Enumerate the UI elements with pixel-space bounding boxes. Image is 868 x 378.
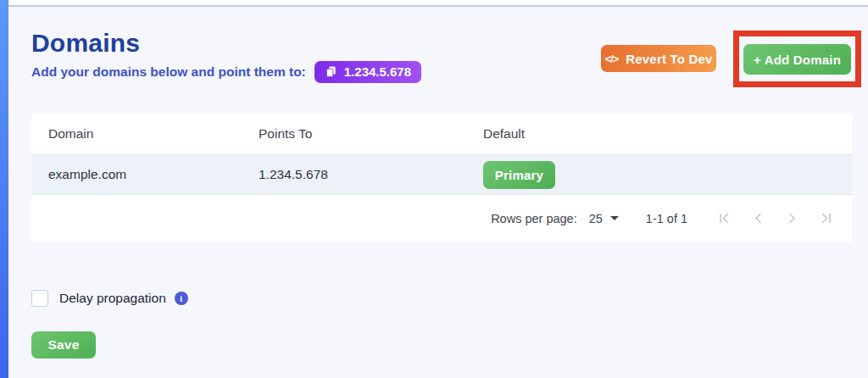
last-page-icon[interactable] xyxy=(819,211,833,225)
rows-per-page-select[interactable]: 25 xyxy=(589,212,619,225)
ip-badge-value: 1.234.5.678 xyxy=(344,64,411,79)
primary-domain-label: Primary xyxy=(495,168,543,182)
rows-per-page-value: 25 xyxy=(589,212,603,225)
table-pagination: Rows per page: 25 1-1 of 1 xyxy=(31,195,852,242)
domains-table: Domain Points To Default example.com 1.2… xyxy=(31,114,852,242)
save-button[interactable]: Save xyxy=(31,331,96,359)
chevron-down-icon xyxy=(610,216,619,220)
delay-propagation-row: Delay propagation i xyxy=(31,289,188,308)
pager-controls xyxy=(717,211,833,225)
first-page-icon[interactable] xyxy=(717,211,732,225)
cell-points-to: 1.234.5.678 xyxy=(259,167,483,182)
header-domain: Domain xyxy=(31,126,259,142)
table-row: example.com 1.234.5.678 Primary xyxy=(31,154,852,195)
subtitle-text: Add your domains below and point them to… xyxy=(31,64,306,80)
save-label: Save xyxy=(48,337,80,353)
cell-domain: example.com xyxy=(31,167,259,182)
next-page-icon[interactable] xyxy=(785,211,799,225)
subtitle-row: Add your domains below and point them to… xyxy=(31,60,421,83)
add-domain-label: + Add Domain xyxy=(754,53,841,67)
header-default: Default xyxy=(483,126,852,142)
table-header-row: Domain Points To Default xyxy=(31,114,852,154)
pagination-range: 1-1 of 1 xyxy=(646,212,687,225)
revert-to-dev-label: Revert To Dev xyxy=(626,52,712,66)
page-title: Domains xyxy=(31,29,140,58)
rows-per-page-label: Rows per page: xyxy=(491,212,577,225)
sidebar-accent-strip xyxy=(0,0,8,378)
info-icon[interactable]: i xyxy=(175,292,188,305)
top-bar xyxy=(8,0,868,7)
add-domain-button[interactable]: + Add Domain xyxy=(743,44,851,75)
prev-page-icon[interactable] xyxy=(751,211,765,225)
ip-copy-badge[interactable]: 1.234.5.678 xyxy=(314,61,421,83)
code-icon: </> xyxy=(604,53,618,65)
delay-propagation-checkbox[interactable] xyxy=(31,290,48,307)
delay-propagation-label: Delay propagation xyxy=(59,291,166,306)
copy-icon xyxy=(325,65,337,78)
primary-domain-button[interactable]: Primary xyxy=(483,161,555,189)
header-points-to: Points To xyxy=(259,126,483,142)
revert-to-dev-button[interactable]: </> Revert To Dev xyxy=(601,45,716,72)
